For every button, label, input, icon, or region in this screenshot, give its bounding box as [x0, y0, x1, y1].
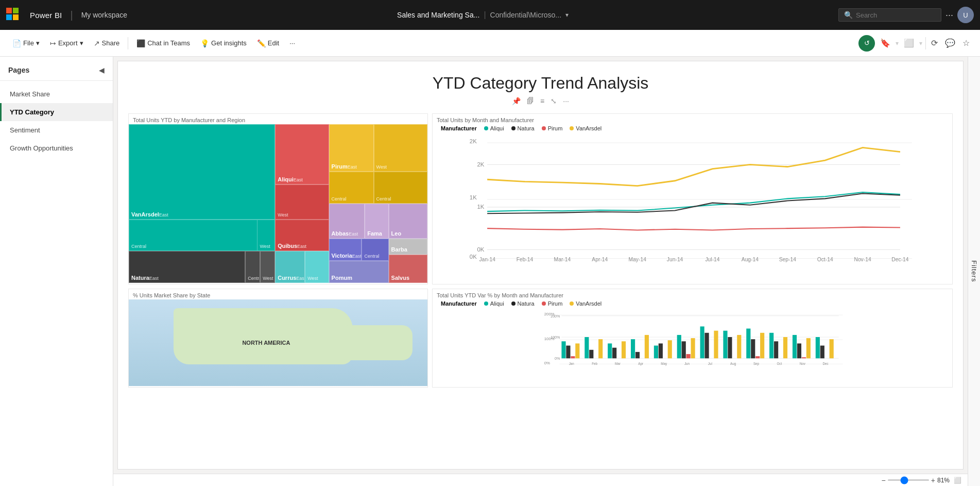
bar-rect[interactable]	[760, 333, 764, 359]
zoom-slider[interactable]	[888, 479, 929, 481]
treemap-block-region[interactable]: West	[305, 251, 329, 283]
sidebar-item-growth[interactable]: Growth Opportunities	[0, 139, 113, 157]
sidebar-item-ytd-category[interactable]: YTD Category	[0, 103, 113, 121]
bar-rect[interactable]	[783, 337, 787, 358]
bar-rect[interactable]	[645, 335, 649, 358]
bar-rect[interactable]	[612, 348, 616, 359]
comment-button[interactable]: 💬	[943, 36, 957, 50]
bar-rect[interactable]	[769, 333, 773, 359]
bar-rect[interactable]	[704, 333, 709, 359]
bar-rect[interactable]	[737, 335, 741, 358]
bar-rect[interactable]	[635, 352, 640, 358]
bar-rect[interactable]	[806, 338, 811, 358]
treemap-block-salvus[interactable]: Salvus	[389, 255, 427, 283]
treemap-block-aliqui[interactable]: AliquiEast	[275, 124, 329, 185]
treemap-block-leo[interactable]: Leo	[389, 204, 427, 239]
pin-icon[interactable]: 📌	[512, 97, 521, 105]
share-button[interactable]: ↗ Share	[90, 37, 124, 49]
treemap-block-region[interactable]: Central	[329, 172, 374, 204]
treemap-block-vanarsdel[interactable]: VanArsdelEast	[129, 124, 275, 220]
bar-rect[interactable]	[659, 343, 663, 358]
treemap-block-region[interactable]: Central	[245, 251, 260, 283]
bar-rect[interactable]	[830, 339, 834, 358]
edit-button[interactable]: ✏️ Edit	[253, 37, 283, 49]
bar-rect[interactable]	[691, 338, 695, 358]
reload-button[interactable]: ⟳	[929, 36, 940, 50]
treemap-block-fama[interactable]: Fama	[365, 204, 388, 239]
favorite-button[interactable]: ☆	[960, 36, 972, 50]
bar-rect[interactable]	[654, 346, 658, 359]
treemap-block-natura[interactable]: NaturaEast	[129, 251, 245, 283]
zoom-in-button[interactable]: +	[931, 476, 935, 484]
bar-rect[interactable]	[728, 337, 732, 358]
more-options-icon[interactable]: ···	[945, 10, 953, 21]
treemap-block-region[interactable]: West	[257, 220, 275, 252]
treemap-block-quibus[interactable]: QuibusEast	[275, 220, 329, 252]
sidebar-item-sentiment[interactable]: Sentiment	[0, 121, 113, 139]
bar-rect[interactable]	[561, 341, 565, 358]
bookmark-button[interactable]: 🔖	[878, 36, 892, 50]
map-container[interactable]: NORTH AMERICA	[129, 299, 427, 386]
collapse-sidebar-button[interactable]: ◀	[99, 66, 105, 74]
bar-rect[interactable]	[622, 341, 626, 358]
bar-rect[interactable]	[714, 331, 718, 359]
fit-page-button[interactable]: ⬜	[952, 475, 964, 486]
refresh-button[interactable]: ↺	[858, 35, 875, 52]
bar-rect[interactable]	[755, 356, 760, 358]
bar-rect[interactable]	[598, 339, 603, 358]
bar-rect[interactable]	[746, 329, 750, 359]
bar-rect[interactable]	[668, 340, 672, 358]
workspace-label[interactable]: My workspace	[81, 11, 127, 19]
treemap-block-barba[interactable]: Barba	[389, 239, 427, 255]
search-box[interactable]: 🔍	[838, 8, 941, 22]
bar-rect[interactable]	[797, 343, 801, 358]
treemap-block-region[interactable]: West	[374, 124, 427, 172]
bar-rect[interactable]	[566, 346, 570, 359]
filter-visual-icon[interactable]: ≡	[540, 97, 544, 105]
bar-rect[interactable]	[816, 337, 820, 358]
sidebar-item-market-share[interactable]: Market Share	[0, 85, 113, 103]
treemap-block-pomum[interactable]: Pomum	[329, 261, 389, 283]
treemap-block-region[interactable]: Central	[129, 220, 275, 252]
chevron-down-icon[interactable]: ▾	[565, 11, 569, 19]
treemap-block-abbas[interactable]: AbbasEast	[329, 204, 365, 239]
bar-rect[interactable]	[589, 350, 593, 359]
expand-icon[interactable]: ⤡	[551, 97, 557, 105]
bar-rect[interactable]	[631, 339, 635, 358]
treemap-block-region[interactable]: Central	[374, 172, 427, 204]
filters-panel[interactable]: Filters	[968, 57, 980, 486]
avatar[interactable]: U	[957, 7, 974, 23]
bar-rect[interactable]	[608, 343, 612, 358]
bar-rect[interactable]	[677, 335, 681, 358]
more-toolbar-button[interactable]: ···	[285, 37, 299, 49]
chat-teams-button[interactable]: ⬛ Chat in Teams	[132, 37, 194, 49]
bar-rect[interactable]	[820, 346, 824, 359]
treemap-block-region[interactable]: West	[275, 185, 329, 220]
bar-rect[interactable]	[723, 331, 727, 359]
bar-rect[interactable]	[571, 356, 575, 358]
search-input[interactable]	[856, 11, 928, 19]
zoom-out-button[interactable]: −	[882, 476, 886, 484]
bar-rect[interactable]	[584, 337, 589, 358]
bar-rect[interactable]	[575, 343, 579, 358]
bar-rect[interactable]	[793, 335, 797, 358]
treemap-block-region[interactable]: Central	[362, 239, 388, 261]
treemap-block-victoria[interactable]: VictoriaEast	[329, 239, 362, 261]
bar-rect[interactable]	[751, 339, 755, 358]
get-insights-button[interactable]: 💡 Get insights	[196, 37, 251, 49]
bar-rect[interactable]	[802, 357, 806, 358]
treemap-container[interactable]: VanArsdelEastCentralWestNaturaEastCentra…	[129, 124, 427, 283]
view-button[interactable]: ⬜	[902, 36, 916, 50]
export-button[interactable]: ↦ Export ▾	[46, 37, 88, 49]
treemap-block-pirum[interactable]: PirumEast	[329, 124, 374, 172]
file-button[interactable]: 📄 File ▾	[8, 37, 44, 49]
treemap-block-region[interactable]: West	[260, 251, 275, 283]
copy-icon[interactable]: 🗐	[527, 97, 534, 105]
bar-rect[interactable]	[774, 341, 778, 358]
treemap-block-currus[interactable]: CurrusEast	[275, 251, 305, 283]
bar-rect[interactable]	[686, 354, 691, 358]
bar-rect[interactable]	[682, 341, 686, 358]
bar-rect[interactable]	[700, 326, 704, 358]
toolbar-right-actions: ↺ 🔖 ▾ ⬜ ▾ ⟳ 💬 ☆	[858, 35, 972, 52]
more-visual-icon[interactable]: ···	[563, 97, 569, 105]
